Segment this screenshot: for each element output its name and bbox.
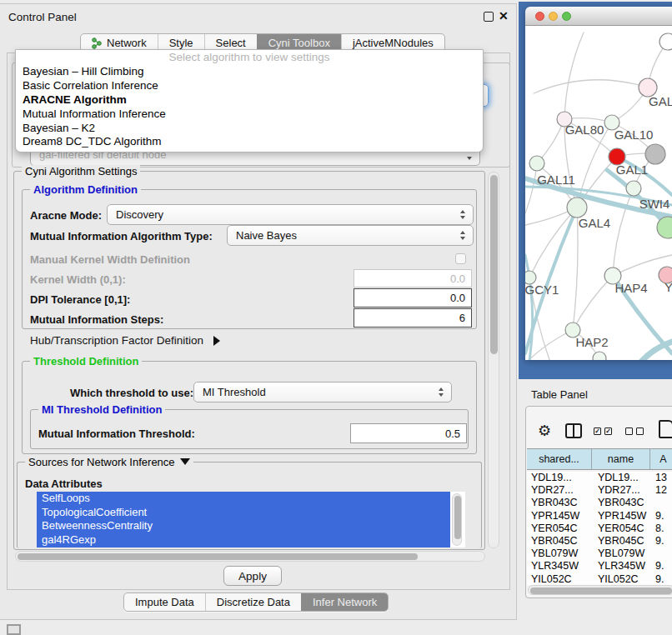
mi-algorithm-type-combobox[interactable]: Naive Bayes bbox=[227, 225, 474, 246]
attributes-scrollbar[interactable] bbox=[452, 493, 462, 546]
mi-steps-label: Mutual Information Steps: bbox=[30, 313, 163, 326]
table-cell: YBR045C bbox=[592, 535, 650, 548]
column-header-partial[interactable]: A bbox=[650, 449, 672, 469]
network-node[interactable] bbox=[626, 181, 641, 196]
unchecked-box-icon[interactable] bbox=[636, 428, 644, 435]
table-row[interactable]: YIL052CYIL052C9. bbox=[527, 573, 672, 586]
tab-network-label: Network bbox=[107, 37, 147, 49]
network-window-titlebar[interactable] bbox=[525, 7, 672, 26]
unchecked-box-icon[interactable] bbox=[625, 428, 633, 435]
table-cell: YDR27... bbox=[527, 484, 592, 497]
network-node[interactable] bbox=[659, 33, 672, 50]
table-cell: YBL079W bbox=[592, 548, 650, 560]
mac-minimize-traffic-light[interactable] bbox=[549, 12, 558, 21]
table-row[interactable]: YBR043CYBR043C bbox=[527, 497, 672, 509]
attribute-item[interactable]: SelfLoops bbox=[37, 492, 450, 506]
checked-box-icon[interactable]: ✓ bbox=[604, 428, 612, 435]
data-attributes-list: SelfLoopsTopologicalCoefficientBetweenne… bbox=[37, 492, 465, 548]
network-node[interactable] bbox=[567, 198, 587, 218]
table-cell: YPR145W bbox=[527, 510, 592, 522]
sources-group-title[interactable]: Sources for Network Inference bbox=[25, 456, 193, 468]
network-node[interactable] bbox=[593, 352, 606, 360]
node-label: GCY1 bbox=[525, 282, 559, 297]
which-threshold-combobox[interactable]: MI Threshold bbox=[193, 382, 452, 402]
tab-cyni-toolbox-label: Cyni Toolbox bbox=[268, 37, 330, 49]
document-icon[interactable] bbox=[659, 420, 672, 438]
table-panel-title: Table Panel bbox=[531, 388, 588, 401]
mi-algorithm-type-value: Naive Bayes bbox=[236, 229, 297, 242]
mi-threshold-field[interactable]: 0.5 bbox=[350, 423, 467, 443]
column-header-shared-name[interactable]: shared... bbox=[527, 449, 592, 469]
node-label: Y bbox=[664, 280, 672, 294]
popup-item[interactable]: ARACNE Algorithm bbox=[16, 93, 483, 108]
mi-steps-field[interactable]: 6 bbox=[354, 308, 472, 328]
mi-algorithm-type-label: Mutual Information Algorithm Type: bbox=[30, 230, 213, 242]
tab-discretize-data[interactable]: Discretize Data bbox=[205, 593, 301, 611]
popup-item[interactable]: Basic Correlation Inference bbox=[16, 79, 483, 93]
column-header-name[interactable]: name bbox=[592, 449, 650, 469]
network-edge bbox=[573, 276, 613, 330]
node-label: GAL4 bbox=[579, 216, 610, 230]
network-edge bbox=[573, 208, 578, 330]
network-node[interactable] bbox=[529, 156, 544, 171]
tab-discretize-data-label: Discretize Data bbox=[217, 596, 290, 608]
table-cell: YIL052C bbox=[527, 573, 592, 586]
algorithm-dropdown-list: Bayesian – Hill ClimbingBasic Correlatio… bbox=[16, 65, 483, 149]
mi-threshold-group-title: MI Threshold Definition bbox=[38, 403, 165, 416]
settings-vertical-scrollbar[interactable] bbox=[488, 172, 499, 548]
table-cell: YDL19... bbox=[592, 472, 650, 484]
network-canvas[interactable]: GALGAL80GAL10GAL1GAL11SWI4GAL4GCY1HAP4YH… bbox=[525, 26, 672, 360]
table-cell: YDL19... bbox=[527, 472, 592, 484]
hub-definition-expander[interactable]: Hub/Transcription Factor Definition bbox=[30, 334, 220, 347]
kernel-width-field[interactable]: 0.0 bbox=[354, 269, 472, 288]
table-row[interactable]: YDR27...YDR27...12 bbox=[527, 484, 672, 497]
table-cell: 8. bbox=[650, 522, 672, 535]
tab-impute-data-label: Impute Data bbox=[135, 596, 194, 608]
table-cell: YBR043C bbox=[527, 497, 592, 509]
close-icon[interactable]: ✕ bbox=[499, 9, 509, 22]
popup-item[interactable]: Bayesian – Hill Climbing bbox=[16, 65, 483, 79]
table-cell bbox=[650, 497, 672, 509]
checked-box-icon[interactable]: ✓ bbox=[594, 428, 601, 435]
attribute-item[interactable]: gal4RGexp bbox=[37, 533, 450, 548]
network-icon bbox=[92, 38, 103, 49]
node-label: GAL10 bbox=[614, 128, 654, 142]
float-window-icon[interactable] bbox=[484, 12, 494, 22]
table-row[interactable]: YDL19...YDL19...13 bbox=[527, 472, 672, 484]
tab-impute-data[interactable]: Impute Data bbox=[124, 593, 205, 611]
table-row[interactable]: YPR145WYPR145W9. bbox=[527, 510, 672, 522]
table-header: shared... name A bbox=[527, 448, 672, 470]
tab-jactivemnodules-label: jActiveMNodules bbox=[353, 37, 434, 49]
gear-icon[interactable]: ⚙ bbox=[538, 422, 551, 440]
manual-kernel-width-checkbox[interactable] bbox=[455, 253, 466, 264]
network-node[interactable] bbox=[645, 144, 665, 164]
apply-button[interactable]: Apply bbox=[223, 566, 282, 586]
table-row[interactable]: YLR345WYLR345W9. bbox=[527, 560, 672, 572]
attribute-item[interactable]: TopologicalCoefficient bbox=[37, 506, 450, 520]
settings-horizontal-scrollbar[interactable] bbox=[15, 551, 485, 562]
aracne-mode-combobox[interactable]: Discovery bbox=[107, 204, 474, 225]
attribute-item[interactable]: BetweennessCentrality bbox=[37, 519, 450, 533]
table-cell: 9. bbox=[650, 510, 672, 522]
table-cell: YDR27... bbox=[592, 484, 650, 497]
tab-infer-network[interactable]: Infer Network bbox=[301, 593, 388, 611]
combo-down-arrow-icon bbox=[460, 216, 465, 219]
table-cell: 12 bbox=[650, 484, 672, 497]
expander-down-arrow-icon bbox=[180, 458, 190, 465]
table-cell: YIL052C bbox=[592, 573, 650, 586]
column-pane-icon[interactable] bbox=[565, 423, 582, 438]
table-horizontal-scrollbar[interactable] bbox=[528, 585, 672, 595]
popup-item[interactable]: Bayesian – K2 bbox=[16, 122, 483, 136]
minimized-panel-icon[interactable] bbox=[7, 624, 21, 635]
sources-title-label: Sources for Network Inference bbox=[28, 456, 175, 468]
dpi-tolerance-field[interactable]: 0.0 bbox=[354, 288, 472, 308]
popup-item[interactable]: Dream8 DC_TDC Algorithm bbox=[16, 135, 483, 149]
mac-close-traffic-light[interactable] bbox=[535, 12, 544, 21]
table-row[interactable]: YBR045CYBR045C9. bbox=[527, 535, 672, 548]
table-row[interactable]: YER054CYER054C8. bbox=[527, 522, 672, 535]
algorithm-dropdown-popup: Select algorithm to view settings Bayesi… bbox=[15, 49, 484, 152]
popup-item[interactable]: Mutual Information Inference bbox=[16, 108, 483, 122]
table-cell: YPR145W bbox=[592, 510, 650, 522]
mac-zoom-traffic-light[interactable] bbox=[562, 12, 571, 21]
table-row[interactable]: YBL079WYBL079W bbox=[527, 548, 672, 560]
